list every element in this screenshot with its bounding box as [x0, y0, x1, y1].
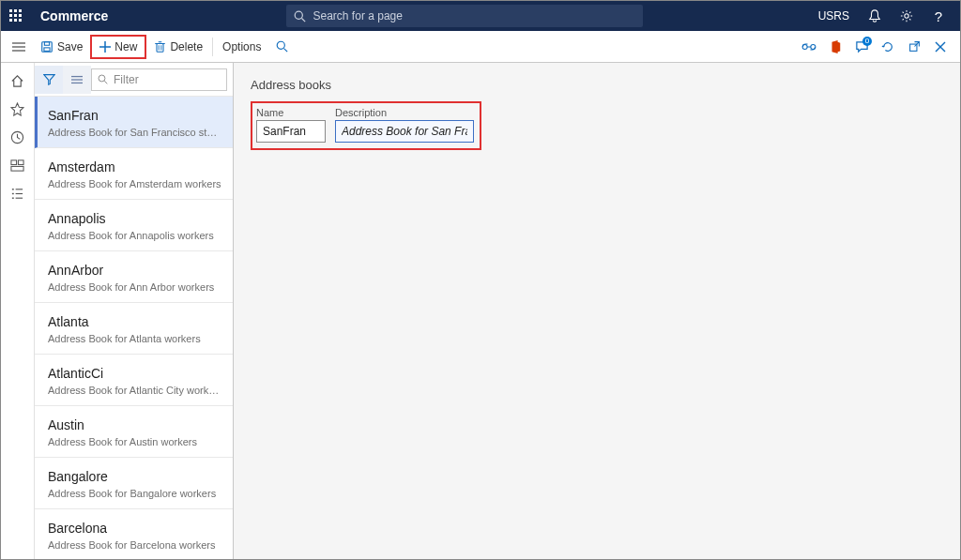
options-label: Options: [222, 40, 261, 53]
list-expand-button[interactable]: [63, 66, 91, 94]
search-icon: [276, 40, 288, 53]
new-button[interactable]: New: [90, 35, 146, 59]
list-item[interactable]: AmsterdamAddress Book for Amsterdam work…: [35, 148, 233, 200]
home-icon: [10, 74, 24, 88]
description-field[interactable]: [335, 120, 474, 143]
svg-point-11: [905, 14, 908, 18]
new-label: New: [114, 40, 137, 53]
svg-rect-15: [42, 41, 53, 52]
list-item[interactable]: AustinAddress Book for Austin workers: [35, 406, 233, 458]
svg-rect-7: [14, 19, 17, 22]
clock-icon: [10, 130, 24, 144]
list-item-name: Barcelona: [48, 521, 221, 536]
settings-button[interactable]: [892, 1, 921, 31]
rail-modules[interactable]: [1, 179, 35, 207]
search-icon: [294, 10, 306, 23]
waffle-icon: [9, 9, 23, 23]
svg-rect-17: [44, 47, 50, 51]
list-item-desc: Address Book for Bangalore workers: [48, 488, 221, 499]
svg-rect-8: [19, 19, 22, 22]
list-item[interactable]: AnnapolisAddress Book for Annapolis work…: [35, 200, 233, 251]
list-item-desc: Address Book for Barcelona workers: [48, 539, 221, 551]
svg-rect-2: [19, 9, 22, 12]
list-item-desc: Address Book for Austin workers: [48, 436, 221, 447]
refresh-icon: [881, 40, 894, 53]
help-button[interactable]: ?: [924, 1, 953, 31]
separator: [212, 38, 213, 56]
svg-point-45: [99, 75, 105, 82]
list-panel: Filter SanFranAddress Book for San Franc…: [35, 63, 234, 559]
save-label: Save: [57, 40, 83, 53]
messages-badge: 0: [862, 37, 872, 46]
refresh-button[interactable]: [876, 35, 900, 59]
save-button[interactable]: Save: [33, 35, 90, 59]
list-filter-input[interactable]: Filter: [91, 68, 227, 91]
list-item-name: AtlanticCi: [48, 366, 221, 381]
top-navbar: Commerce Search for a page USRS ?: [1, 1, 960, 31]
list-item-desc: Address Book for Annapolis workers: [48, 230, 221, 241]
global-search[interactable]: Search for a page: [286, 5, 643, 27]
list-item-desc: Address Book for San Francisco store wor…: [48, 127, 221, 138]
list-item[interactable]: BarcelonaAddress Book for Barcelona work…: [35, 509, 233, 559]
list-item[interactable]: SanFranAddress Book for San Francisco st…: [35, 97, 233, 148]
svg-rect-33: [11, 159, 17, 164]
question-icon: ?: [935, 8, 942, 24]
svg-line-46: [104, 81, 107, 83]
name-field[interactable]: [256, 120, 326, 143]
delete-label: Delete: [170, 40, 203, 53]
rows-icon: [71, 75, 83, 84]
plus-icon: [99, 41, 111, 53]
notifications-button[interactable]: [861, 1, 889, 31]
address-book-list[interactable]: SanFranAddress Book for San Francisco st…: [35, 97, 233, 559]
link-icon: [801, 42, 816, 52]
description-field-label: Description: [335, 107, 474, 118]
list-item-desc: Address Book for Ann Arbor workers: [48, 281, 221, 293]
list-item-name: Austin: [48, 417, 221, 432]
filter-row: Filter: [35, 63, 233, 97]
rail-home[interactable]: [1, 67, 35, 95]
list-item[interactable]: AtlanticCiAddress Book for Atlantic City…: [35, 355, 233, 406]
current-user[interactable]: USRS: [811, 9, 857, 23]
svg-rect-6: [9, 19, 12, 22]
rail-recent[interactable]: [1, 123, 35, 151]
bell-icon: [868, 9, 881, 23]
svg-rect-5: [19, 14, 22, 17]
svg-rect-1: [14, 9, 17, 12]
save-icon: [40, 40, 53, 53]
trash-icon: [154, 40, 166, 53]
svg-rect-20: [157, 43, 163, 52]
office-icon: [829, 40, 842, 53]
list-item[interactable]: BangaloreAddress Book for Bangalore work…: [35, 458, 233, 509]
options-button[interactable]: Options: [215, 35, 268, 59]
popout-button[interactable]: [902, 35, 926, 59]
svg-rect-35: [11, 166, 23, 171]
highlight-box: Name Description: [251, 101, 481, 150]
detail-panel: Address books Name Description: [234, 63, 960, 559]
detail-title: Address books: [251, 78, 943, 92]
name-field-label: Name: [256, 107, 326, 118]
list-item-name: Annapolis: [48, 211, 221, 226]
delete-button[interactable]: Delete: [146, 35, 210, 59]
list-item-desc: Address Book for Atlantic City workers: [48, 385, 221, 396]
left-icon-rail: [1, 63, 35, 559]
list-item-name: SanFran: [48, 108, 221, 123]
messages-button[interactable]: 0: [849, 35, 874, 59]
command-bar: Save New Delete Options 0: [1, 31, 960, 63]
filter-placeholder: Filter: [114, 73, 139, 86]
workspace-icon: [10, 159, 24, 173]
list-item[interactable]: AtlantaAddress Book for Atlanta workers: [35, 303, 233, 355]
link-button[interactable]: [797, 35, 821, 59]
hamburger-icon: [12, 42, 25, 52]
office-button[interactable]: [823, 35, 847, 59]
global-search-placeholder: Search for a page: [313, 9, 403, 23]
find-button[interactable]: [268, 35, 296, 59]
star-icon: [10, 102, 24, 116]
close-button[interactable]: [928, 35, 953, 59]
rail-workspaces[interactable]: [1, 151, 35, 179]
rail-favorites[interactable]: [1, 95, 35, 123]
nav-collapse-button[interactable]: [5, 42, 33, 52]
svg-rect-4: [14, 14, 17, 17]
list-item[interactable]: AnnArborAddress Book for Ann Arbor worke…: [35, 251, 233, 303]
app-launcher-button[interactable]: [1, 9, 31, 23]
filter-button[interactable]: [35, 66, 63, 94]
